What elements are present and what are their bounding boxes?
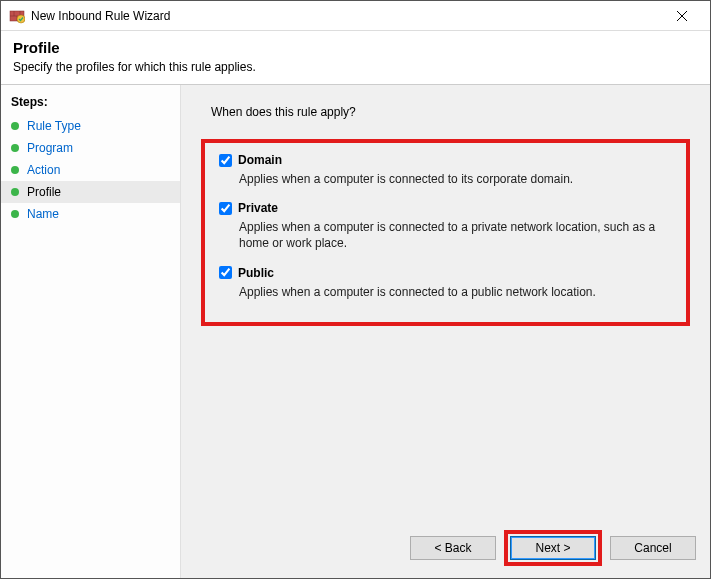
private-label: Private xyxy=(238,201,278,215)
titlebar: New Inbound Rule Wizard xyxy=(1,1,710,31)
step-action[interactable]: Action xyxy=(1,159,180,181)
public-label: Public xyxy=(238,266,274,280)
private-checkbox[interactable] xyxy=(219,202,232,215)
step-label: Action xyxy=(27,163,60,177)
wizard-footer: < Back Next > Cancel xyxy=(410,530,696,566)
option-domain: Domain Applies when a computer is connec… xyxy=(219,153,672,187)
question-text: When does this rule apply? xyxy=(211,105,690,119)
steps-sidebar: Steps: Rule Type Program Action Profile … xyxy=(1,85,181,578)
step-bullet-icon xyxy=(11,188,19,196)
step-profile[interactable]: Profile xyxy=(1,181,180,203)
cancel-button[interactable]: Cancel xyxy=(610,536,696,560)
step-program[interactable]: Program xyxy=(1,137,180,159)
step-label: Profile xyxy=(27,185,61,199)
main-panel: When does this rule apply? Domain Applie… xyxy=(181,85,710,578)
step-name[interactable]: Name xyxy=(1,203,180,225)
firewall-icon xyxy=(9,8,25,24)
public-checkbox[interactable] xyxy=(219,266,232,279)
step-bullet-icon xyxy=(11,166,19,174)
wizard-window: New Inbound Rule Wizard Profile Specify … xyxy=(0,0,711,579)
option-public: Public Applies when a computer is connec… xyxy=(219,266,672,300)
domain-label: Domain xyxy=(238,153,282,167)
page-title: Profile xyxy=(13,39,698,56)
domain-checkbox[interactable] xyxy=(219,154,232,167)
next-button[interactable]: Next > xyxy=(510,536,596,560)
step-bullet-icon xyxy=(11,210,19,218)
window-title: New Inbound Rule Wizard xyxy=(31,9,170,23)
step-label: Program xyxy=(27,141,73,155)
steps-heading: Steps: xyxy=(1,91,180,115)
close-icon xyxy=(677,11,687,21)
step-label: Rule Type xyxy=(27,119,81,133)
public-description: Applies when a computer is connected to … xyxy=(239,284,672,300)
domain-description: Applies when a computer is connected to … xyxy=(239,171,672,187)
wizard-body: Steps: Rule Type Program Action Profile … xyxy=(1,84,710,578)
private-description: Applies when a computer is connected to … xyxy=(239,219,672,251)
close-button[interactable] xyxy=(662,2,702,30)
page-subtitle: Specify the profiles for which this rule… xyxy=(13,60,698,74)
step-label: Name xyxy=(27,207,59,221)
profile-options-group: Domain Applies when a computer is connec… xyxy=(201,139,690,326)
wizard-header: Profile Specify the profiles for which t… xyxy=(1,31,710,84)
back-button[interactable]: < Back xyxy=(410,536,496,560)
step-rule-type[interactable]: Rule Type xyxy=(1,115,180,137)
step-bullet-icon xyxy=(11,122,19,130)
next-button-highlight: Next > xyxy=(504,530,602,566)
option-private: Private Applies when a computer is conne… xyxy=(219,201,672,251)
step-bullet-icon xyxy=(11,144,19,152)
